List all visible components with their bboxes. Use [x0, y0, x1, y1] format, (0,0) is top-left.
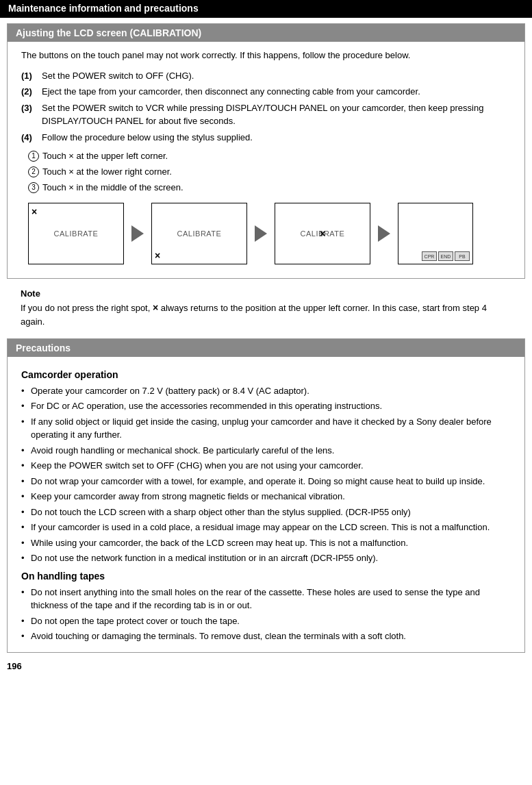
list-item: Do not touch the LCD screen with a sharp…: [21, 506, 511, 519]
calibration-diagram: × CALIBRATE CALIBRATE × CALIBRATE ×: [21, 196, 511, 271]
step-4: (4) Follow the procedure below using the…: [21, 131, 511, 145]
list-item: Do not wrap your camcorder with a towel,…: [21, 475, 511, 488]
note-text: If you do not press the right spot, × al…: [21, 301, 511, 329]
tapes-bullets: Do not insert anything into the small ho…: [21, 586, 511, 643]
btn-end: END: [438, 251, 453, 261]
btn-pb: PB: [455, 251, 470, 261]
sub-step-2: 2 Touch × at the lower right corner.: [28, 165, 511, 179]
calibration-section-header: Ajusting the LCD screen (CALIBRATION): [8, 24, 524, 42]
tapes-title: On handling tapes: [21, 571, 511, 582]
sub-step-3: 3 Touch × in the middle of the screen.: [28, 181, 511, 195]
calib-screen-2: CALIBRATE ×: [151, 203, 247, 264]
list-item: While using your camcorder, the back of …: [21, 536, 511, 550]
arrow-3: [370, 223, 398, 244]
note-section: Note If you do not press the right spot,…: [7, 284, 525, 333]
list-item: Keep the POWER switch set to OFF (CHG) w…: [21, 459, 511, 473]
list-item: For DC or AC operation, use the accessor…: [21, 399, 511, 413]
page-footer: 196: [0, 658, 532, 674]
list-item: If your camcorder is used in a cold plac…: [21, 521, 511, 534]
list-item: If any solid object or liquid get inside…: [21, 415, 511, 442]
calibration-section: Ajusting the LCD screen (CALIBRATION) Th…: [7, 23, 525, 279]
note-x-mark: ×: [153, 301, 158, 315]
camcorder-bullets: Operate your camcorder on 7.2 V (battery…: [21, 384, 511, 565]
list-item: Avoid rough handling or mechanical shock…: [21, 444, 511, 458]
page-header-title: Maintenance information and precautions: [8, 3, 199, 14]
list-item: Do not open the tape protect cover or to…: [21, 614, 511, 628]
arrow-2: [247, 223, 275, 244]
list-item: Keep your camcorder away from strong mag…: [21, 490, 511, 503]
calib-label-1: CALIBRATE: [54, 229, 99, 238]
calib-screen-3: CALIBRATE ×: [275, 203, 370, 264]
list-item: Do not use the network function in a med…: [21, 551, 511, 565]
sub-step-1: 1 Touch × at the upper left corner.: [28, 149, 511, 164]
calib-x-3: ×: [320, 228, 325, 239]
arrow-shape-3: [378, 225, 390, 242]
precautions-section: Precautions Camcorder operation Operate …: [7, 338, 525, 653]
final-buttons: CPR END PB: [422, 251, 470, 261]
camcorder-title: Camcorder operation: [21, 369, 511, 380]
precautions-section-header: Precautions: [8, 339, 524, 357]
page-number: 196: [7, 661, 22, 671]
btn-cpr: CPR: [422, 251, 437, 261]
calib-screen-final: CPR END PB: [398, 203, 473, 264]
list-item: Operate your camcorder on 7.2 V (battery…: [21, 384, 511, 398]
calibration-content: The buttons on the touch panel may not w…: [8, 42, 524, 278]
arrow-1: [124, 223, 151, 244]
list-item: Avoid touching or damaging the terminals…: [21, 630, 511, 643]
step-1: (1) Set the POWER switch to OFF (CHG).: [21, 69, 511, 83]
calib-x-1: ×: [31, 206, 37, 217]
page-header: Maintenance information and precautions: [0, 0, 532, 18]
calibration-sub-steps: 1 Touch × at the upper left corner. 2 To…: [21, 149, 511, 195]
calib-screen-1: × CALIBRATE: [28, 203, 124, 264]
calib-label-2: CALIBRATE: [177, 229, 222, 238]
calibration-steps: (1) Set the POWER switch to OFF (CHG). (…: [21, 69, 511, 145]
precautions-content: Camcorder operation Operate your camcord…: [8, 357, 524, 652]
step-2: (2) Eject the tape from your camcorder, …: [21, 85, 511, 99]
calibration-intro: The buttons on the touch panel may not w…: [21, 49, 511, 62]
step-3: (3) Set the POWER switch to VCR while pr…: [21, 101, 511, 128]
list-item: Do not insert anything into the small ho…: [21, 586, 511, 612]
arrow-shape-2: [255, 225, 267, 242]
note-title: Note: [21, 288, 511, 299]
arrow-shape-1: [131, 225, 144, 242]
calib-x-2: ×: [155, 250, 160, 261]
